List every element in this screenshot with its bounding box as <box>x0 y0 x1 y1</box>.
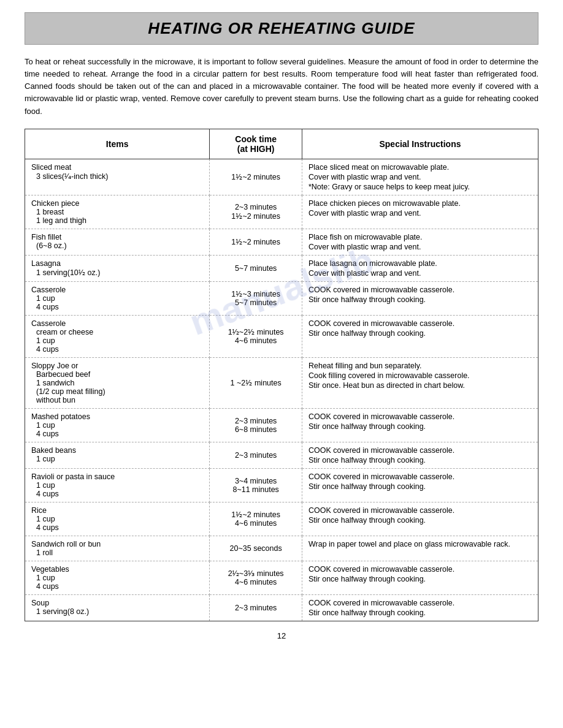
table-row: Casserole 1 cup 4 cups1¹⁄₂~3 minutes5~7 … <box>25 281 538 315</box>
table-row: Rice 1 cup 4 cups1¹⁄₂~2 minutes4~6 minut… <box>25 502 538 536</box>
col-header-items: Items <box>25 129 210 159</box>
item-cell: Casserole cream or cheese 1 cup 4 cups <box>25 315 210 357</box>
table-row: Lasagna 1 serving(10¹⁄₂ oz.)5~7 minutesP… <box>25 255 538 281</box>
instructions-cell: COOK covered in microwavable casserole.S… <box>302 315 538 357</box>
table-row: Sloppy Joe or Barbecued beef 1 sandwich … <box>25 357 538 408</box>
item-cell: Mashed potatoes 1 cup 4 cups <box>25 408 210 442</box>
instructions-cell: COOK covered in microwavable casserole.S… <box>302 408 538 442</box>
instructions-cell: Wrap in paper towel and place on glass m… <box>302 536 538 561</box>
item-cell: Baked beans 1 cup <box>25 442 210 468</box>
instructions-cell: COOK covered in microwavable casserole.S… <box>302 561 538 594</box>
instructions-cell: COOK covered in microwavable casserole.S… <box>302 281 538 315</box>
time-cell: 2~3 minutes <box>210 442 302 468</box>
instructions-cell: Reheat filling and bun separately.Cook f… <box>302 357 538 408</box>
instructions-cell: COOK covered in microwavable casserole.S… <box>302 468 538 502</box>
table-row: Ravioli or pasta in sauce 1 cup 4 cups3~… <box>25 468 538 502</box>
time-cell: 3~4 minutes8~11 minutes <box>210 468 302 502</box>
instructions-cell: Place fish on microwavable plate.Cover w… <box>302 229 538 255</box>
time-cell: 5~7 minutes <box>210 255 302 281</box>
intro-paragraph: To heat or reheat successfully in the mi… <box>25 56 538 118</box>
page-header: HEATING OR REHEATING GUIDE <box>25 12 538 45</box>
item-cell: Fish fillet (6~8 oz.) <box>25 229 210 255</box>
time-cell: 2¹⁄₂~3¹⁄₃ minutes4~6 minutes <box>210 561 302 594</box>
table-row: Mashed potatoes 1 cup 4 cups2~3 minutes6… <box>25 408 538 442</box>
col-header-instructions: Special Instructions <box>302 129 538 159</box>
instructions-cell: COOK covered in microwavable casserole.S… <box>302 442 538 468</box>
time-cell: 1¹⁄₂~2 minutes4~6 minutes <box>210 502 302 536</box>
instructions-cell: COOK covered in microwavable casserole.S… <box>302 502 538 536</box>
instructions-cell: Place sliced meat on microwavable plate.… <box>302 159 538 195</box>
instructions-cell: Place chicken pieces on microwavable pla… <box>302 195 538 229</box>
table-row: Vegetables 1 cup 4 cups2¹⁄₂~3¹⁄₃ minutes… <box>25 561 538 594</box>
item-cell: Soup 1 serving(8 oz.) <box>25 594 210 621</box>
item-cell: Rice 1 cup 4 cups <box>25 502 210 536</box>
time-cell: 2~3 minutes1¹⁄₂~2 minutes <box>210 195 302 229</box>
item-cell: Ravioli or pasta in sauce 1 cup 4 cups <box>25 468 210 502</box>
table-row: Baked beans 1 cup2~3 minutesCOOK covered… <box>25 442 538 468</box>
time-cell: 20~35 seconds <box>210 536 302 561</box>
table-row: Chicken piece 1 breast 1 leg and thigh2~… <box>25 195 538 229</box>
heating-guide-table: Items Cook time(at HIGH) Special Instruc… <box>25 129 538 621</box>
table-row: Sliced meat 3 slices(¹⁄₄-inch thick)1¹⁄₂… <box>25 159 538 195</box>
table-row: Fish fillet (6~8 oz.)1¹⁄₂~2 minutesPlace… <box>25 229 538 255</box>
item-cell: Vegetables 1 cup 4 cups <box>25 561 210 594</box>
instructions-cell: COOK covered in microwavable casserole.S… <box>302 594 538 621</box>
item-cell: Casserole 1 cup 4 cups <box>25 281 210 315</box>
time-cell: 1 ~2¹⁄₂ minutes <box>210 357 302 408</box>
col-header-cooktime: Cook time(at HIGH) <box>210 129 302 159</box>
time-cell: 2~3 minutes <box>210 594 302 621</box>
item-cell: Lasagna 1 serving(10¹⁄₂ oz.) <box>25 255 210 281</box>
item-cell: Sloppy Joe or Barbecued beef 1 sandwich … <box>25 357 210 408</box>
time-cell: 1¹⁄₂~3 minutes5~7 minutes <box>210 281 302 315</box>
table-row: Casserole cream or cheese 1 cup 4 cups1¹… <box>25 315 538 357</box>
item-cell: Sliced meat 3 slices(¹⁄₄-inch thick) <box>25 159 210 195</box>
table-row: Soup 1 serving(8 oz.)2~3 minutesCOOK cov… <box>25 594 538 621</box>
instructions-cell: Place lasagna on microwavable plate.Cove… <box>302 255 538 281</box>
time-cell: 1¹⁄₂~2¹⁄₂ minutes4~6 minutes <box>210 315 302 357</box>
page-number: 12 <box>25 631 538 640</box>
time-cell: 1¹⁄₂~2 minutes <box>210 159 302 195</box>
item-cell: Chicken piece 1 breast 1 leg and thigh <box>25 195 210 229</box>
item-cell: Sandwich roll or bun 1 roll <box>25 536 210 561</box>
table-row: Sandwich roll or bun 1 roll20~35 seconds… <box>25 536 538 561</box>
time-cell: 2~3 minutes6~8 minutes <box>210 408 302 442</box>
page-title: HEATING OR REHEATING GUIDE <box>25 19 538 38</box>
time-cell: 1¹⁄₂~2 minutes <box>210 229 302 255</box>
